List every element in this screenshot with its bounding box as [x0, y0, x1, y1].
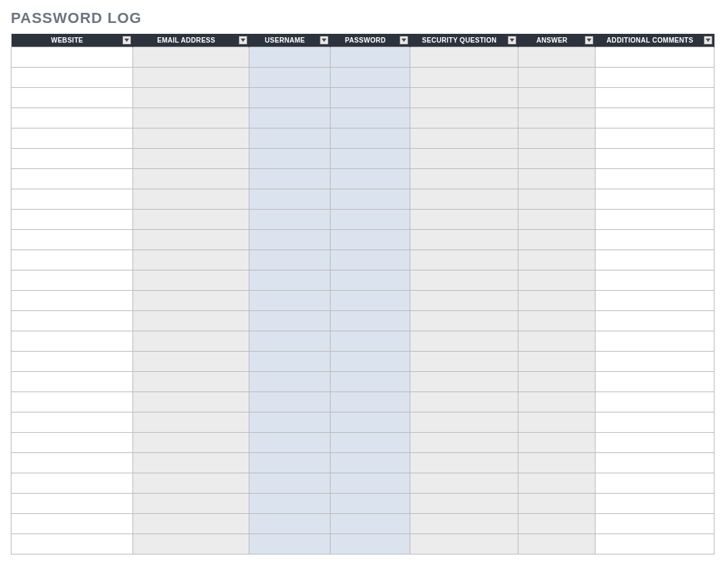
cell-answer[interactable] [518, 371, 596, 392]
cell-secq[interactable] [410, 432, 518, 452]
filter-dropdown-icon[interactable] [585, 36, 593, 45]
filter-dropdown-icon[interactable] [704, 36, 712, 45]
cell-password[interactable] [331, 229, 410, 250]
cell-password[interactable] [331, 168, 410, 189]
cell-email[interactable] [133, 412, 249, 432]
cell-comments[interactable] [596, 270, 714, 290]
cell-password[interactable] [331, 87, 410, 108]
cell-answer[interactable] [518, 128, 596, 148]
cell-answer[interactable] [518, 493, 596, 513]
cell-comments[interactable] [596, 452, 714, 473]
cell-answer[interactable] [518, 209, 596, 229]
cell-secq[interactable] [410, 310, 518, 331]
cell-password[interactable] [331, 331, 410, 351]
cell-password[interactable] [331, 432, 410, 452]
cell-answer[interactable] [518, 250, 596, 270]
cell-website[interactable] [11, 412, 133, 432]
cell-username[interactable] [249, 392, 331, 412]
cell-comments[interactable] [596, 351, 714, 371]
cell-answer[interactable] [518, 290, 596, 310]
cell-username[interactable] [249, 209, 331, 229]
cell-comments[interactable] [596, 392, 714, 412]
filter-dropdown-icon[interactable] [122, 36, 131, 45]
cell-website[interactable] [11, 250, 133, 270]
cell-website[interactable] [11, 148, 133, 168]
cell-username[interactable] [249, 108, 331, 128]
cell-password[interactable] [331, 250, 410, 270]
cell-username[interactable] [249, 270, 331, 290]
cell-username[interactable] [249, 229, 331, 250]
cell-email[interactable] [133, 168, 249, 189]
cell-secq[interactable] [410, 209, 518, 229]
cell-comments[interactable] [596, 371, 714, 392]
cell-secq[interactable] [410, 250, 518, 270]
cell-comments[interactable] [596, 168, 714, 189]
cell-website[interactable] [11, 229, 133, 250]
cell-password[interactable] [331, 209, 410, 229]
cell-secq[interactable] [410, 47, 518, 67]
cell-answer[interactable] [518, 168, 596, 189]
cell-email[interactable] [133, 270, 249, 290]
cell-username[interactable] [249, 473, 331, 493]
cell-username[interactable] [249, 432, 331, 452]
cell-comments[interactable] [596, 229, 714, 250]
cell-answer[interactable] [518, 67, 596, 87]
cell-email[interactable] [133, 473, 249, 493]
cell-username[interactable] [249, 452, 331, 473]
cell-email[interactable] [133, 189, 249, 209]
cell-website[interactable] [11, 473, 133, 493]
cell-comments[interactable] [596, 189, 714, 209]
cell-password[interactable] [331, 392, 410, 412]
cell-email[interactable] [133, 351, 249, 371]
cell-password[interactable] [331, 189, 410, 209]
cell-email[interactable] [133, 47, 249, 67]
cell-secq[interactable] [410, 108, 518, 128]
cell-website[interactable] [11, 87, 133, 108]
cell-secq[interactable] [410, 189, 518, 209]
cell-username[interactable] [249, 47, 331, 67]
cell-username[interactable] [249, 371, 331, 392]
cell-secq[interactable] [410, 351, 518, 371]
cell-answer[interactable] [518, 392, 596, 412]
cell-email[interactable] [133, 493, 249, 513]
cell-secq[interactable] [410, 513, 518, 534]
cell-password[interactable] [331, 371, 410, 392]
cell-email[interactable] [133, 452, 249, 473]
cell-email[interactable] [133, 534, 249, 554]
cell-comments[interactable] [596, 47, 714, 67]
filter-dropdown-icon[interactable] [508, 36, 516, 45]
cell-website[interactable] [11, 290, 133, 310]
cell-username[interactable] [249, 148, 331, 168]
cell-password[interactable] [331, 473, 410, 493]
cell-answer[interactable] [518, 47, 596, 67]
cell-answer[interactable] [518, 452, 596, 473]
cell-email[interactable] [133, 67, 249, 87]
cell-password[interactable] [331, 148, 410, 168]
cell-comments[interactable] [596, 331, 714, 351]
cell-answer[interactable] [518, 229, 596, 250]
cell-website[interactable] [11, 47, 133, 67]
cell-email[interactable] [133, 290, 249, 310]
cell-website[interactable] [11, 209, 133, 229]
cell-email[interactable] [133, 371, 249, 392]
cell-email[interactable] [133, 331, 249, 351]
cell-comments[interactable] [596, 128, 714, 148]
cell-website[interactable] [11, 513, 133, 534]
cell-email[interactable] [133, 392, 249, 412]
cell-website[interactable] [11, 432, 133, 452]
cell-answer[interactable] [518, 87, 596, 108]
cell-website[interactable] [11, 270, 133, 290]
cell-website[interactable] [11, 67, 133, 87]
cell-answer[interactable] [518, 412, 596, 432]
cell-secq[interactable] [410, 87, 518, 108]
cell-website[interactable] [11, 371, 133, 392]
cell-website[interactable] [11, 392, 133, 412]
cell-password[interactable] [331, 128, 410, 148]
cell-username[interactable] [249, 168, 331, 189]
cell-comments[interactable] [596, 493, 714, 513]
cell-username[interactable] [249, 310, 331, 331]
cell-comments[interactable] [596, 412, 714, 432]
cell-comments[interactable] [596, 534, 714, 554]
cell-comments[interactable] [596, 513, 714, 534]
filter-dropdown-icon[interactable] [239, 36, 247, 45]
